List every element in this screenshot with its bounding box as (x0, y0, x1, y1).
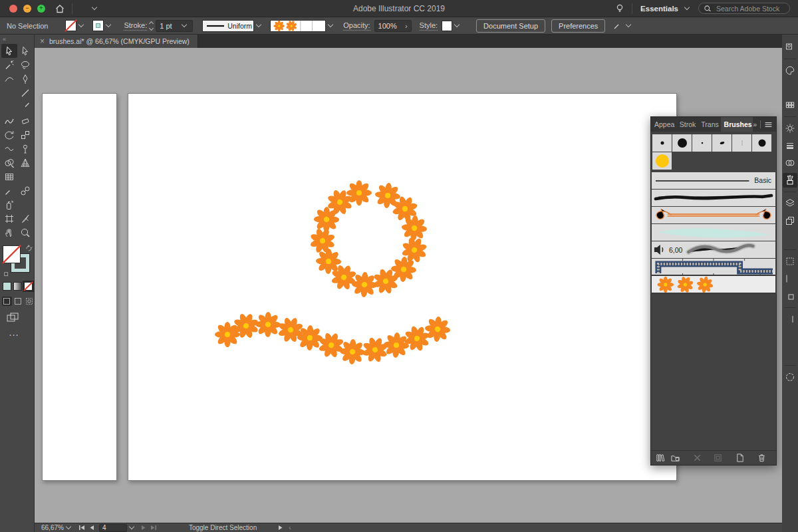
default-fill-stroke-icon[interactable] (2, 270, 9, 277)
cc-libraries-icon[interactable] (670, 453, 680, 463)
brush-thumbnail-0[interactable] (652, 134, 672, 152)
tool-ellipse[interactable] (1, 100, 17, 114)
flower-wave-path[interactable] (215, 307, 456, 370)
select-similar-chevron-icon[interactable] (626, 22, 631, 27)
first-artboard-icon[interactable] (78, 525, 85, 531)
dock-transform-panel[interactable] (783, 254, 797, 269)
tool-pen[interactable] (17, 72, 33, 86)
brush-definition-dropdown[interactable] (270, 20, 326, 32)
flower[interactable] (315, 248, 341, 274)
stroke-color-swatch[interactable] (92, 20, 104, 31)
dock-transparency[interactable] (783, 156, 797, 170)
tool-width[interactable] (1, 142, 17, 156)
tool-shaper[interactable] (1, 114, 17, 128)
tool-shape-builder[interactable] (1, 156, 17, 170)
next-artboard-icon[interactable] (140, 525, 147, 531)
brush-thumbnail-3[interactable] (712, 134, 732, 152)
dock-pathfinder[interactable] (783, 289, 797, 303)
arrange-documents-chevron-icon[interactable] (92, 5, 97, 10)
tool-line-segment[interactable] (17, 86, 33, 100)
style-swatch[interactable] (442, 21, 452, 31)
artboard-chevron-icon[interactable] (129, 524, 134, 529)
tool-hand[interactable] (1, 225, 17, 239)
tool-selection[interactable] (1, 44, 17, 58)
tool-type[interactable]: T (1, 86, 17, 100)
tool-perspective-grid[interactable] (17, 156, 33, 170)
stock-search-field[interactable] (698, 3, 790, 14)
artboard-number-field[interactable]: 4 (99, 524, 127, 532)
tool-mesh[interactable] (1, 170, 17, 184)
width-profile-dropdown[interactable]: Uniform (202, 20, 254, 32)
flower[interactable] (359, 334, 392, 366)
tab-brushes[interactable]: Brushes (721, 117, 753, 132)
dock-properties[interactable] (783, 40, 797, 55)
brush-row-stitch-pattern[interactable] (652, 259, 775, 275)
dock-align[interactable] (783, 271, 797, 286)
home-icon[interactable] (55, 3, 65, 14)
zoom-window-button[interactable]: + (37, 5, 45, 13)
brush-row-basic[interactable]: Basic (652, 172, 775, 189)
screen-mode-icon[interactable] (7, 313, 19, 323)
document-tab[interactable]: × brushes.ai* @ 66,67% (CMYK/GPU Preview… (35, 35, 198, 48)
tab-transparency[interactable]: Trans (698, 117, 720, 132)
dock-brushes-panel[interactable] (783, 173, 797, 188)
stroke-weight-field[interactable]: 1 pt (156, 20, 193, 32)
fill-stroke-indicator[interactable] (2, 245, 33, 275)
draw-inside-button[interactable] (24, 297, 34, 306)
dock-symbols[interactable] (783, 370, 797, 384)
zoom-level[interactable]: 66,67% (41, 524, 64, 531)
style-label[interactable]: Style: (420, 21, 438, 31)
tab-stroke[interactable]: Strok (676, 117, 698, 132)
brush-thumbnail-yellow-circle[interactable] (652, 152, 672, 170)
dock-color[interactable] (783, 63, 797, 78)
brush-thumbnail-4[interactable] (732, 134, 751, 152)
dock-gradient-quarter[interactable] (783, 80, 797, 95)
dock-swatches[interactable] (783, 98, 797, 112)
dock-opentype[interactable]: O (783, 346, 797, 361)
arrange-documents-icon[interactable] (79, 3, 90, 14)
scroll-back-icon[interactable]: ‹ (289, 524, 291, 531)
fill-swatch-none[interactable] (65, 20, 76, 31)
color-button[interactable] (3, 282, 11, 291)
dock-artboards-panel[interactable] (783, 213, 797, 228)
tool-direct-selection[interactable] (17, 44, 33, 58)
search-input[interactable] (715, 4, 785, 13)
previous-artboard-icon[interactable] (88, 525, 95, 531)
tab-appearance[interactable]: Appea (651, 117, 676, 132)
draw-behind-button[interactable] (13, 297, 23, 306)
tool-scale[interactable] (17, 128, 33, 142)
tool-zoom[interactable] (17, 225, 33, 239)
minimize-window-button[interactable]: − (23, 5, 31, 13)
flower[interactable] (383, 332, 410, 359)
tool-symbol-sprayer[interactable] (1, 198, 17, 211)
preferences-button[interactable]: Preferences (551, 19, 605, 33)
tool-eyedropper[interactable] (1, 184, 17, 198)
dock-stroke-panel[interactable] (783, 138, 797, 153)
tool-rotate[interactable] (1, 128, 17, 142)
panel-menu-icon[interactable] (764, 120, 773, 129)
dock-layers[interactable] (783, 196, 797, 211)
status-tool-hint[interactable]: Toggle Direct Selection (189, 524, 257, 531)
brush-libraries-icon[interactable] (655, 453, 665, 463)
zoom-chevron-icon[interactable] (66, 524, 71, 529)
dock-color-guide[interactable] (783, 121, 797, 136)
brush-row-charcoal[interactable] (652, 190, 775, 206)
flower[interactable] (346, 180, 372, 205)
stroke-weight-label[interactable]: Stroke: (124, 21, 147, 31)
tool-eraser[interactable] (17, 114, 33, 128)
tool-lasso[interactable] (17, 58, 33, 72)
draw-normal-button[interactable] (2, 297, 12, 306)
tool-blend[interactable] (17, 184, 33, 198)
stroke-weight-stepper[interactable] (150, 22, 153, 30)
delete-brush-icon[interactable] (757, 453, 767, 463)
flower[interactable] (315, 329, 348, 362)
gradient-button[interactable] (13, 282, 22, 291)
brush-thumbnail-5[interactable] (752, 134, 771, 152)
tool-curvature[interactable] (1, 72, 17, 86)
brush-row-arrow-scroll[interactable] (652, 207, 775, 223)
fill-indicator-none[interactable] (3, 245, 21, 263)
dock-gradient-panel[interactable] (783, 231, 797, 245)
style-chevron-icon[interactable] (454, 22, 460, 27)
workspace-switcher[interactable]: Essentials (640, 5, 678, 13)
select-similar-icon[interactable] (613, 21, 624, 31)
